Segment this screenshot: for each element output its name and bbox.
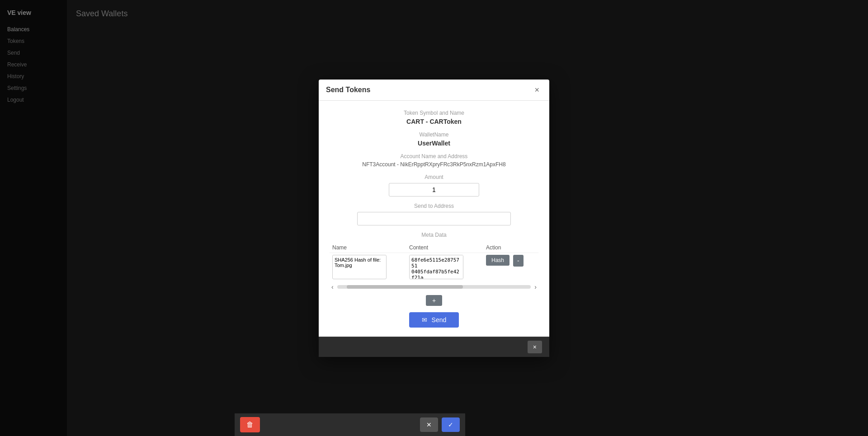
hash-button[interactable]: Hash — [486, 255, 509, 266]
send-label: Send — [432, 316, 447, 323]
metadata-content-input[interactable]: 68fe6e5115e2875751 0405fdaf87b5fe42f21a … — [409, 255, 463, 279]
send-icon: ✉ — [422, 316, 427, 323]
account-group: Account Name and Address NFT3Account - N… — [330, 153, 538, 168]
amount-input[interactable] — [389, 183, 479, 197]
metadata-action-cell: Hash - — [483, 253, 538, 282]
metadata-row: SHA256 Hash of file: Tom.jpg 68fe6e5115e… — [330, 253, 538, 282]
metadata-name-input[interactable]: SHA256 Hash of file: Tom.jpg — [332, 255, 387, 279]
token-symbol-group: Token Symbol and Name CART - CARToken — [330, 110, 538, 125]
send-button[interactable]: ✉ Send — [409, 312, 459, 328]
metadata-name-cell: SHA256 Hash of file: Tom.jpg — [330, 253, 406, 282]
action-buttons: Hash - — [486, 255, 536, 267]
bottom-right-buttons: ✕ ✓ — [420, 417, 460, 432]
cancel-bottom-button[interactable]: ✕ — [420, 417, 438, 432]
delete-button[interactable]: 🗑 — [240, 417, 260, 432]
scroll-right-button[interactable]: › — [533, 282, 538, 291]
confirm-bottom-button[interactable]: ✓ — [442, 417, 460, 432]
scroll-left-button[interactable]: ‹ — [330, 282, 335, 291]
col-header-content: Content — [406, 243, 483, 253]
metadata-content-cell: 68fe6e5115e2875751 0405fdaf87b5fe42f21a … — [406, 253, 483, 282]
scroll-thumb — [347, 285, 463, 289]
modal-overlay: Send Tokens × Token Symbol and Name CART… — [0, 0, 868, 436]
col-header-action: Action — [483, 243, 538, 253]
account-label: Account Name and Address — [330, 153, 538, 159]
dialog-title: Send Tokens — [326, 86, 370, 94]
metadata-section: Meta Data Name Content Action SHA256 Has… — [330, 232, 538, 306]
footer-close-button[interactable]: × — [528, 341, 542, 353]
token-symbol-value: CART - CARToken — [330, 118, 538, 125]
wallet-name-group: WalletName UserWallet — [330, 131, 538, 147]
wallet-name-label: WalletName — [330, 131, 538, 138]
metadata-table: Name Content Action SHA256 Hash of file:… — [330, 243, 538, 282]
token-symbol-label: Token Symbol and Name — [330, 110, 538, 116]
account-value: NFT3Account - NikErRpptRXpryFRc3RkP5nxRz… — [330, 161, 538, 168]
metadata-label: Meta Data — [330, 232, 538, 238]
bottom-action-bar: 🗑 ✕ ✓ — [235, 413, 465, 436]
amount-field: Amount — [330, 174, 538, 197]
send-to-field: Send to Address — [330, 203, 538, 225]
dialog-footer-bar: × — [319, 337, 549, 357]
horizontal-scroll: ‹ › — [330, 282, 538, 291]
send-to-label: Send to Address — [330, 203, 538, 209]
trash-icon: 🗑 — [246, 421, 254, 428]
send-to-input[interactable] — [357, 212, 511, 225]
send-tokens-dialog: Send Tokens × Token Symbol and Name CART… — [319, 80, 549, 357]
add-row-button[interactable]: + — [426, 295, 442, 306]
amount-label: Amount — [330, 174, 538, 180]
col-header-name: Name — [330, 243, 406, 253]
dialog-header: Send Tokens × — [319, 80, 549, 101]
wallet-name-value: UserWallet — [330, 140, 538, 147]
dialog-close-button[interactable]: × — [532, 85, 542, 95]
scroll-track — [337, 285, 531, 289]
remove-row-button[interactable]: - — [513, 255, 524, 267]
dialog-body: Token Symbol and Name CART - CARToken Wa… — [319, 101, 549, 337]
